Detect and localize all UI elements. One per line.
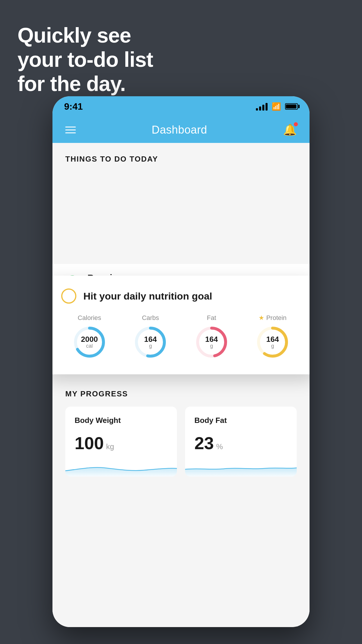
nutrient-protein-label: ★ Protein bbox=[259, 314, 287, 322]
status-time: 9:41 bbox=[64, 101, 83, 112]
app-header: Dashboard 🔔 bbox=[52, 117, 310, 143]
notification-bell[interactable]: 🔔 bbox=[283, 123, 297, 136]
nutrient-fat-label: Fat bbox=[207, 314, 216, 322]
protein-donut: 164 g bbox=[255, 325, 290, 360]
fat-unit: g bbox=[205, 343, 218, 349]
wifi-icon: 📶 bbox=[272, 102, 281, 111]
body-weight-unit: kg bbox=[106, 442, 114, 451]
content-area: THINGS TO DO TODAY Hit your daily nutrit… bbox=[52, 143, 310, 627]
carbs-unit: g bbox=[144, 343, 157, 349]
body-fat-unit: % bbox=[216, 442, 223, 451]
fat-value: 164 bbox=[205, 335, 218, 343]
status-icons: 📶 bbox=[256, 102, 298, 111]
battery-icon bbox=[285, 103, 298, 110]
nutrient-fat: Fat 164 g bbox=[194, 314, 229, 360]
nutrition-card: Hit your daily nutrition goal Calories bbox=[52, 276, 310, 374]
todo-circle-nutrition bbox=[61, 288, 76, 304]
status-bar: 9:41 📶 bbox=[52, 96, 310, 117]
nutrient-carbs: Carbs 164 g bbox=[133, 314, 168, 360]
progress-section: MY PROGRESS Body Weight 100 kg bbox=[52, 375, 310, 488]
hamburger-menu[interactable] bbox=[65, 127, 76, 133]
hamburger-line bbox=[65, 127, 76, 127]
progress-section-title: MY PROGRESS bbox=[65, 389, 297, 398]
carbs-donut: 164 g bbox=[133, 325, 168, 360]
signal-icon bbox=[256, 102, 268, 111]
calories-donut: 2000 cal bbox=[72, 325, 107, 360]
body-fat-card: Body Fat 23 % bbox=[185, 407, 297, 477]
things-section-title: THINGS TO DO TODAY bbox=[65, 155, 297, 164]
body-weight-value: 100 bbox=[75, 433, 104, 453]
hamburger-line bbox=[65, 130, 76, 130]
phone-mockup: 9:41 📶 Dashboard 🔔 bbox=[52, 96, 310, 627]
things-section-header: THINGS TO DO TODAY bbox=[52, 143, 310, 164]
protein-unit: g bbox=[266, 343, 279, 349]
calories-value: 2000 bbox=[81, 335, 98, 343]
progress-cards: Body Weight 100 kg bbox=[65, 407, 297, 477]
body-fat-title: Body Fat bbox=[194, 416, 287, 425]
nutrients-row: Calories 2000 cal bbox=[61, 314, 301, 360]
nutrient-calories: Calories 2000 cal bbox=[72, 314, 107, 360]
card-header: Hit your daily nutrition goal bbox=[61, 288, 301, 304]
hamburger-line bbox=[65, 132, 76, 133]
fat-donut: 164 g bbox=[194, 325, 229, 360]
protein-value: 164 bbox=[266, 335, 279, 343]
star-icon: ★ bbox=[259, 314, 264, 322]
carbs-value: 164 bbox=[144, 335, 157, 343]
notification-dot bbox=[294, 122, 298, 126]
nutrient-carbs-label: Carbs bbox=[142, 314, 159, 322]
nutrient-protein: ★ Protein 164 g bbox=[255, 314, 290, 360]
body-fat-chart bbox=[185, 459, 297, 477]
headline: Quickly see your to-do list for the day. bbox=[17, 23, 153, 96]
body-weight-chart bbox=[65, 459, 177, 477]
todo-section: Hit your daily nutrition goal Calories bbox=[52, 171, 310, 375]
body-weight-title: Body Weight bbox=[75, 416, 168, 425]
nutrition-card-title: Hit your daily nutrition goal bbox=[83, 290, 212, 302]
page-title: Dashboard bbox=[152, 124, 207, 136]
body-weight-card: Body Weight 100 kg bbox=[65, 407, 177, 477]
body-fat-value: 23 bbox=[194, 433, 214, 453]
nutrient-calories-label: Calories bbox=[78, 314, 101, 322]
calories-unit: cal bbox=[81, 343, 98, 349]
